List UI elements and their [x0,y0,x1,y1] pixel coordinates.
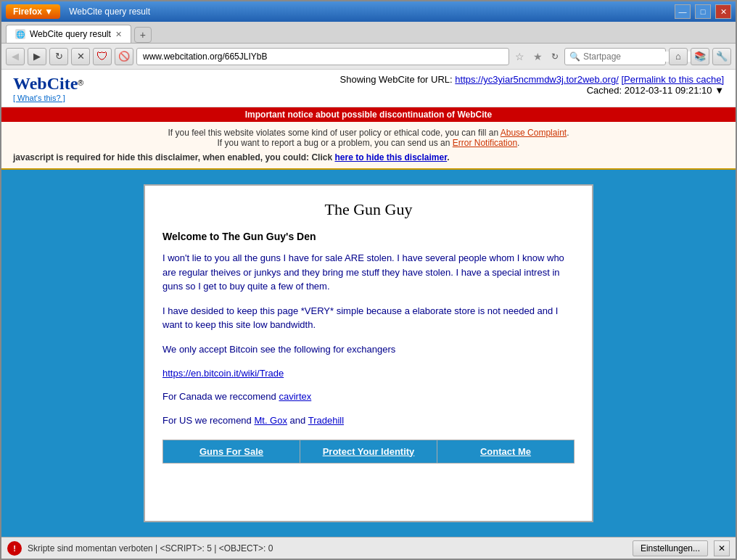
disclaimer-section: If you feel this website violates some k… [1,122,736,170]
firefox-menu-button[interactable]: Firefox ▼ [6,4,60,19]
home-button[interactable]: ⌂ [669,48,688,65]
error-notification-link[interactable]: Error Notification [453,138,517,148]
content-card: The Gun Guy Welcome to The Gun Guy's Den… [144,184,593,522]
reload-icon[interactable]: ↻ [548,52,561,62]
status-error-icon: ! [7,541,22,556]
disclaimer-line1: If you feel this website violates some k… [168,128,499,138]
cached-label: Cached: [587,85,622,96]
dropdown-icon[interactable]: ▼ [715,85,724,96]
disclaimer-line2: If you want to report a bug or a problem… [218,138,450,148]
tab-favicon: 🌐 [15,29,25,39]
contact-me-link[interactable]: Contact Me [437,440,574,463]
maximize-button[interactable]: □ [695,4,711,19]
webcite-info: Showing WebCite for URL: https://yc3yiar… [340,74,724,96]
main-content-area: The Gun Guy Welcome to The Gun Guy's Den… [1,170,736,537]
click-label: Click [311,152,334,162]
paragraph-3: We only accept Bitcoin see the following… [162,342,575,357]
page-title: The Gun Guy [162,200,575,219]
webcite-logo-text: WebCite [13,74,78,93]
search-engine-icon: 🔍 [569,52,580,62]
back-button[interactable]: ◀ [6,48,25,65]
statusbar: ! Skripte sind momentan verboten | <SCRI… [1,537,736,559]
bookmarks-button[interactable]: 📚 [691,48,709,65]
address-bar[interactable] [136,48,509,65]
shield-icon[interactable]: 🛡 [93,48,112,65]
paragraph-1: I won't lie to you all the guns I have f… [162,251,575,294]
new-tab-button[interactable]: + [134,27,152,43]
cached-url-link[interactable]: https://yc3yiar5ncmmdw3j.tor2web.org/ [455,74,618,85]
cached-date: 2012-03-11 09:21:10 [625,85,712,96]
showing-label: Showing WebCite for URL: [340,74,453,85]
welcome-heading: Welcome to The Gun Guy's Den [162,231,575,242]
guns-for-sale-link[interactable]: Guns For Sale [163,440,300,463]
tab-close-icon[interactable]: ✕ [115,30,122,39]
refresh-button[interactable]: ↻ [49,48,68,65]
whats-this-link[interactable]: [ What's this? ] [13,94,83,102]
close-button[interactable]: ✕ [715,4,731,19]
stop-button[interactable]: ✕ [71,48,90,65]
notice-banner-text: Important notice about possible disconti… [245,110,492,120]
permalink-link[interactable]: [Permalink to this cache] [621,74,724,85]
nav-links-bar: Guns For Sale Protect Your Identity Cont… [162,440,575,464]
webcite-trademark: ® [78,78,83,87]
tab-label: WebCite query result [30,29,111,39]
protect-identity-link[interactable]: Protect Your Identity [300,440,437,463]
minimize-button[interactable]: — [675,4,691,19]
paragraph-2: I have desided to keep this page *VERY* … [162,304,575,332]
window-title: WebCite query result [69,7,670,17]
tools-button[interactable]: 🔧 [712,48,731,65]
forward-button[interactable]: ▶ [28,48,46,65]
no-sign-icon[interactable]: 🚫 [115,48,133,65]
hide-disclaimer-link[interactable]: here to hide this disclaimer [334,152,447,162]
cavirtex-link[interactable]: cavirtex [279,391,311,402]
notice-banner: Important notice about possible disconti… [1,107,736,122]
mtgox-link[interactable]: Mt. Gox [254,415,287,426]
abuse-complaint-link[interactable]: Abuse Complaint [501,128,567,138]
bitcoin-link[interactable]: https://en.bitcoin.it/wiki/Trade [162,368,284,379]
tradehill-link[interactable]: Tradehill [308,415,344,426]
bookmark-filled-icon[interactable]: ★ [530,51,545,62]
search-box[interactable]: 🔍 🔍 [564,48,666,65]
js-note-text: javascript is required for hide this dis… [13,152,309,162]
settings-button[interactable]: Einstellungen... [633,540,708,556]
us-text: For US we recomend Mt. Gox and Tradehill [162,413,575,428]
webcite-logo: WebCite® [ What's this? ] [13,74,83,102]
canada-text: For Canada we reccomend cavirtex [162,390,575,404]
status-text: Skripte sind momentan verboten | <SCRIPT… [28,543,627,553]
statusbar-close-button[interactable]: ✕ [714,540,730,556]
webcite-header: WebCite® [ What's this? ] Showing WebCit… [1,70,736,107]
bookmark-star-icon[interactable]: ☆ [512,51,527,62]
active-tab[interactable]: 🌐 WebCite query result ✕ [6,25,131,43]
